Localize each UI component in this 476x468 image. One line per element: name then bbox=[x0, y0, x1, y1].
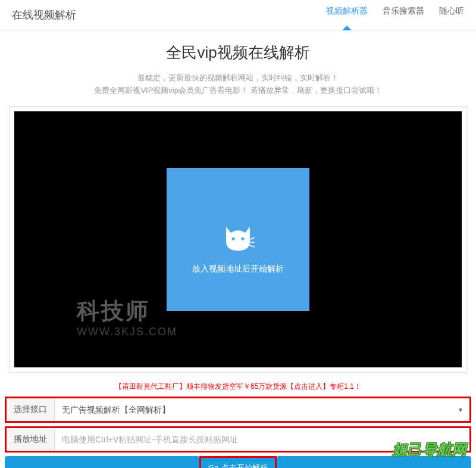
video-container: 放入视频地址后开始解析 科技师 WWW.3KJS.COM bbox=[9, 106, 467, 373]
nav-music-search[interactable]: 音乐搜索器 bbox=[383, 6, 424, 24]
svg-point-1 bbox=[242, 237, 245, 240]
page-title: 全民vip视频在线解析 bbox=[0, 42, 476, 63]
header: 在线视频解析 视频解析器 音乐搜索器 随心听 bbox=[0, 0, 476, 30]
cat-icon bbox=[220, 222, 256, 255]
nav: 视频解析器 音乐搜索器 随心听 bbox=[326, 6, 464, 24]
url-input[interactable] bbox=[55, 428, 469, 451]
button-left-pad[interactable] bbox=[5, 456, 199, 468]
nav-video-parser[interactable]: 视频解析器 bbox=[326, 6, 368, 24]
interface-select[interactable]: 无广告视频解析【全网解析】 bbox=[55, 398, 469, 421]
subtitle-line1: 最稳定，更新最快的视频解析网站，实时纠错，实时解析！ bbox=[0, 72, 476, 85]
button-row: Go-点击开始解析 New-点击全屏解析 bbox=[0, 456, 476, 468]
url-row: 播放地址 bbox=[5, 426, 471, 453]
watermark-main: 科技师 bbox=[77, 296, 150, 326]
go-button[interactable]: Go-点击开始解析 bbox=[201, 458, 275, 468]
button-right-pad[interactable] bbox=[277, 456, 471, 468]
video-area[interactable]: 放入视频地址后开始解析 科技师 WWW.3KJS.COM bbox=[14, 111, 462, 367]
logo: 在线视频解析 bbox=[12, 8, 76, 22]
nav-listen[interactable]: 随心听 bbox=[439, 6, 464, 24]
interface-label: 选择接口 bbox=[7, 398, 55, 421]
form-section: 选择接口 无广告视频解析【全网解析】 ▼ 播放地址 bbox=[0, 397, 476, 453]
placeholder-text: 放入视频地址后开始解析 bbox=[192, 264, 284, 274]
promo-link[interactable]: 【莆田耐克代工鞋厂】顺丰得物发货空军￥65万款货源【点击进入】专柜1.1！ bbox=[0, 382, 476, 392]
subtitle: 最稳定，更新最快的视频解析网站，实时纠错，实时解析！ 免费全网影视VIP视频vi… bbox=[0, 72, 476, 97]
watermark-url: WWW.3KJS.COM bbox=[77, 326, 177, 338]
subtitle-line2: 免费全网影视VIP视频vip会员免广告看电影！ 若播放异常，刷新，更换接口尝试哦… bbox=[0, 85, 476, 97]
url-label: 播放地址 bbox=[7, 428, 55, 451]
button-center: Go-点击开始解析 New-点击全屏解析 bbox=[199, 456, 277, 468]
svg-point-0 bbox=[232, 237, 235, 240]
video-placeholder: 放入视频地址后开始解析 bbox=[167, 168, 309, 311]
interface-row: 选择接口 无广告视频解析【全网解析】 ▼ bbox=[5, 397, 471, 423]
